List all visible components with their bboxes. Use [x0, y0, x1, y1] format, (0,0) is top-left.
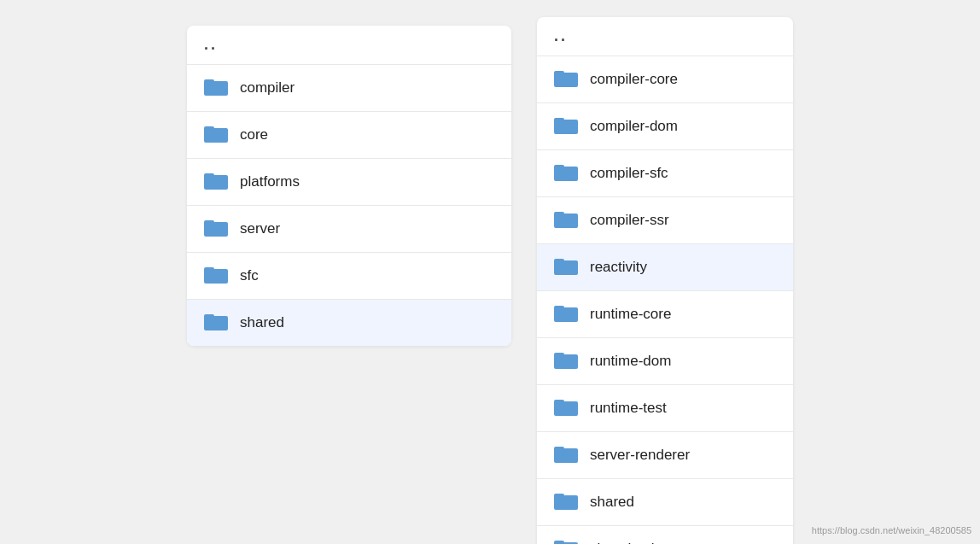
list-item[interactable]: runtime-test	[537, 385, 793, 432]
right-parent-nav[interactable]: ..	[537, 17, 793, 56]
left-items-list: compiler core platforms server sfc share…	[187, 65, 511, 346]
list-item[interactable]: compiler-ssr	[537, 197, 793, 244]
item-label: shared	[590, 494, 634, 511]
svg-rect-7	[204, 220, 214, 225]
folder-icon	[554, 491, 578, 513]
folder-icon	[204, 312, 228, 334]
watermark-text: https://blog.csdn.net/weixin_48200585	[812, 525, 971, 535]
list-item[interactable]: shared	[537, 479, 793, 526]
list-item[interactable]: shared	[187, 300, 511, 346]
svg-rect-21	[554, 259, 564, 263]
svg-rect-29	[554, 447, 564, 451]
right-items-list: compiler-core compiler-dom compiler-sfc …	[537, 56, 793, 544]
folder-icon	[554, 115, 578, 137]
folder-icon	[554, 68, 578, 91]
list-item[interactable]: server	[187, 206, 511, 253]
folder-icon	[554, 444, 578, 466]
list-item[interactable]: compiler-sfc	[537, 150, 793, 197]
svg-rect-5	[204, 173, 214, 178]
folder-icon	[554, 209, 578, 231]
list-item[interactable]: compiler-core	[537, 56, 793, 103]
folder-icon	[204, 124, 228, 146]
list-item[interactable]: core	[187, 112, 511, 159]
right-parent-dotdot: ..	[554, 27, 568, 45]
left-parent-dotdot: ..	[204, 36, 218, 54]
item-label: runtime-core	[590, 306, 671, 323]
svg-rect-27	[554, 400, 564, 404]
svg-rect-17	[554, 165, 564, 169]
item-label: server-renderer	[590, 447, 690, 464]
item-label: size-check	[590, 541, 658, 544]
list-item[interactable]: size-check	[537, 526, 793, 544]
folder-icon	[204, 218, 228, 240]
svg-rect-1	[204, 79, 214, 84]
svg-rect-25	[554, 353, 564, 357]
list-item[interactable]: server-renderer	[537, 432, 793, 479]
item-label: core	[240, 126, 268, 143]
item-label: runtime-test	[590, 400, 667, 417]
left-panel: .. compiler core platforms server s	[187, 26, 511, 346]
item-label: compiler-ssr	[590, 212, 669, 229]
svg-rect-19	[554, 212, 564, 216]
item-label: compiler	[240, 79, 295, 97]
svg-rect-13	[554, 71, 564, 75]
list-item[interactable]: runtime-dom	[537, 338, 793, 385]
folder-icon	[204, 171, 228, 193]
list-item[interactable]: runtime-core	[537, 291, 793, 338]
folder-icon	[554, 162, 578, 184]
svg-rect-11	[204, 314, 214, 319]
folder-icon	[554, 350, 578, 372]
folder-icon	[554, 256, 578, 278]
right-panel: .. compiler-core compiler-dom compiler-s…	[537, 17, 793, 544]
svg-rect-33	[554, 541, 564, 544]
svg-rect-9	[204, 267, 214, 272]
list-item[interactable]: compiler-dom	[537, 103, 793, 150]
list-item[interactable]: reactivity	[537, 244, 793, 291]
svg-rect-23	[554, 306, 564, 310]
folder-icon	[554, 303, 578, 325]
item-label: server	[240, 220, 280, 237]
item-label: shared	[240, 314, 284, 331]
item-label: runtime-dom	[590, 353, 671, 370]
item-label: compiler-core	[590, 71, 678, 88]
item-label: reactivity	[590, 259, 647, 276]
item-label: compiler-sfc	[590, 165, 668, 182]
folder-icon	[554, 538, 578, 544]
item-label: compiler-dom	[590, 118, 678, 135]
left-parent-nav[interactable]: ..	[187, 26, 511, 65]
list-item[interactable]: platforms	[187, 159, 511, 206]
item-label: sfc	[240, 267, 259, 284]
svg-rect-3	[204, 126, 214, 131]
folder-icon	[204, 77, 228, 99]
svg-rect-31	[554, 494, 564, 498]
list-item[interactable]: compiler	[187, 65, 511, 112]
item-label: platforms	[240, 173, 300, 190]
svg-rect-15	[554, 118, 564, 122]
folder-icon	[204, 265, 228, 287]
folder-icon	[554, 397, 578, 419]
list-item[interactable]: sfc	[187, 253, 511, 300]
